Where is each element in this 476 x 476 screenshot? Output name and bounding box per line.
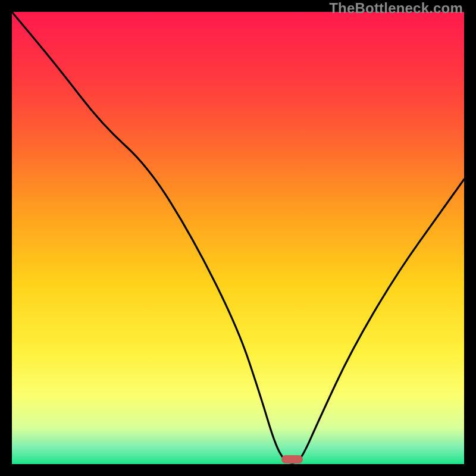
bottleneck-curve [12, 12, 464, 464]
chart-frame: TheBottleneck.com [0, 0, 476, 476]
watermark-text: TheBottleneck.com [329, 0, 463, 17]
plot-area [12, 12, 464, 464]
optimal-marker [281, 455, 303, 464]
